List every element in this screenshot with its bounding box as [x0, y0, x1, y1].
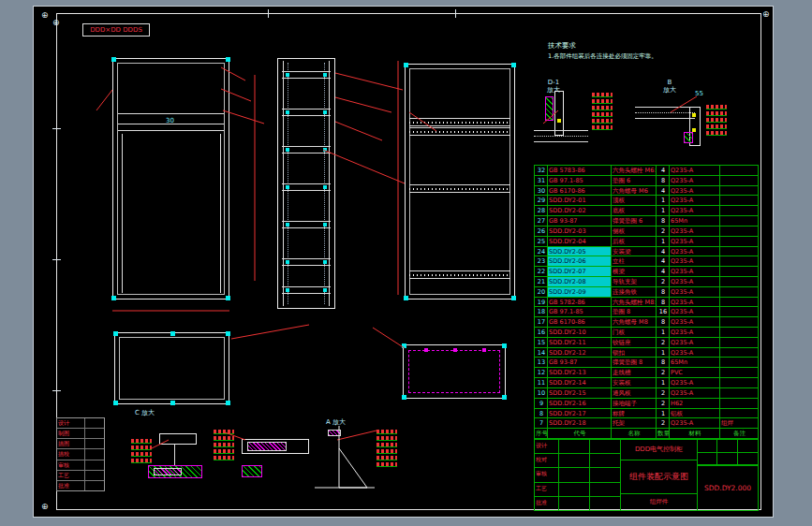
panel-line — [118, 130, 224, 131]
detail-d1-line — [534, 141, 588, 142]
registration-mark-icon: ⊕ — [41, 11, 49, 20]
frame-tick — [455, 9, 456, 18]
bom-cell-name: 接地端子 — [612, 399, 657, 408]
bom-cell-remark — [720, 307, 758, 316]
bom-cell-remark — [720, 399, 758, 408]
bom-cell-qty: 1 — [657, 409, 670, 418]
bom-cell-remark — [720, 237, 758, 246]
bom-cell-code: SDD.DY2-07 — [548, 267, 612, 276]
bom-cell-no: 12 — [535, 368, 548, 377]
panel-line — [118, 113, 224, 114]
sheet-stamp-box: DDD×DD DDDS — [82, 23, 150, 37]
bom-cell-material: Q235-A — [670, 226, 720, 236]
bom-row: 8SDD.DY2-17标牌1铝板 — [535, 408, 758, 418]
detail2-part — [247, 442, 287, 451]
bom-cell-code: SDD.DY2-03 — [548, 226, 612, 236]
signature-row: 制图 — [57, 428, 104, 438]
bom-cell-qty: 8 — [657, 298, 670, 307]
view-cabinet-rear — [405, 64, 515, 300]
bom-cell-qty: 2 — [657, 418, 670, 428]
view-inner-outline — [409, 68, 510, 295]
callout-stack — [214, 430, 234, 460]
bom-cell-no: 18 — [535, 307, 548, 316]
bom-cell-code: GB 93-87 — [548, 358, 612, 367]
callout-stack — [592, 93, 613, 130]
title-block-sign-cell — [590, 468, 620, 481]
bom-cell-material: Q235-A — [670, 418, 720, 428]
bom-cell-qty: 4 — [657, 247, 670, 256]
bom-cell-no: 29 — [535, 196, 548, 205]
bom-cell-no: 28 — [535, 206, 548, 215]
bom-cell-material: Q235-A — [670, 348, 720, 358]
bom-row: 11SDD.DY2-14安装板1Q235-A — [535, 377, 758, 387]
bom-cell-name: 后板 — [612, 237, 657, 246]
bom-cell-qty: 1 — [657, 378, 670, 387]
detail-b-hatch — [684, 132, 693, 143]
signature-label: 制图 — [57, 429, 85, 438]
bom-cell-name: 侧板 — [612, 226, 657, 236]
sheet-stamp-text: DDD×DD DDDS — [90, 26, 142, 34]
title-block-right: SDD.DY2.000 — [698, 440, 758, 510]
view-rack-side — [277, 58, 335, 309]
bom-cell-name: 连接角铁 — [612, 287, 657, 297]
title-block-grid — [698, 440, 758, 466]
bom-cell-code: SDD.DY2-09 — [548, 287, 612, 297]
corner-pad — [402, 395, 406, 400]
signature-row: 工艺 — [57, 470, 104, 480]
panel-line — [220, 134, 221, 293]
title-block-sign-cell: 审核 — [535, 468, 559, 481]
part-type-label: 组焊件 — [621, 493, 697, 510]
cross-member — [282, 221, 331, 228]
title-block-sign-cell: 批准 — [535, 497, 559, 510]
bom-cell-remark — [720, 196, 758, 205]
perforated-strip — [409, 118, 510, 126]
bom-cell-material: Q235-A — [670, 378, 720, 387]
edge-pad — [170, 401, 175, 405]
callout-stack — [131, 439, 152, 463]
hole-pattern — [409, 131, 510, 133]
bom-header-cell: 材料 — [670, 429, 720, 438]
title-block: 设计校对审核工艺批准 DDD电气控制柜 组件装配示意图 组焊件 SDD.DY2.… — [534, 439, 759, 511]
title-block-sign-cell — [559, 497, 590, 510]
signature-row: 描校 — [57, 448, 104, 459]
corner-pad — [226, 57, 230, 62]
bom-cell-qty: 2 — [657, 368, 670, 377]
bom-cell-no: 11 — [535, 378, 548, 387]
bom-cell-no: 32 — [535, 166, 548, 175]
bom-cell-name: 托架 — [612, 418, 657, 428]
bom-cell-code: GB 97.1-85 — [548, 307, 612, 316]
bom-cell-code: SDD.DY2-13 — [548, 368, 612, 377]
bom-cell-remark — [720, 256, 758, 266]
panel-dashed-outline — [408, 350, 500, 393]
bom-cell-code: SDD.DY2-16 — [548, 399, 612, 408]
signature-label: 描校 — [57, 449, 85, 459]
bom-cell-material: Q235-A — [670, 267, 720, 276]
bom-cell-material: H62 — [670, 399, 720, 408]
signature-row: 描图 — [57, 438, 104, 448]
bom-cell-material: Q235-A — [670, 237, 720, 246]
bom-cell-qty: 1 — [657, 328, 670, 337]
fastener-mark — [453, 348, 457, 352]
drawing-sheet[interactable]: ⊕ ⊕ ⊕ ⊕ DDD×DD DDDS 技术要求 1.各部件组装后各连接处必须固… — [34, 7, 773, 517]
cad-viewport: ⊕ ⊕ ⊕ ⊕ DDD×DD DDDS 技术要求 1.各部件组装后各连接处必须固… — [0, 0, 812, 526]
bom-cell-qty: 4 — [657, 267, 670, 276]
bom-cell-no: 10 — [535, 388, 548, 398]
bom-cell-remark: 组焊 — [720, 418, 758, 428]
signature-value — [85, 439, 104, 448]
dimension-text: 55 — [695, 91, 703, 97]
signature-value — [85, 481, 104, 490]
bom-cell-qty: 2 — [657, 277, 670, 286]
fastener-mark — [482, 348, 486, 352]
bom-row: 13GB 93-87弹簧垫圈 8865Mn — [535, 357, 758, 367]
bom-cell-name: 底板 — [612, 206, 657, 215]
detail-label-b: B 放大 — [663, 79, 676, 94]
bom-cell-no: 30 — [535, 186, 548, 196]
bom-header-cell: 备注 — [720, 429, 758, 438]
title-block-sign-row: 工艺 — [535, 482, 620, 496]
signature-label: 描图 — [57, 439, 85, 448]
bom-cell-code: GB 97.1-85 — [548, 176, 612, 185]
bom-cell-code: SDD.DY2-10 — [548, 328, 612, 337]
bom-cell-code: GB 6170-86 — [548, 186, 612, 196]
bom-row: 12SDD.DY2-13走线槽2PVC — [535, 367, 758, 377]
title-block-sign-cell — [590, 497, 620, 510]
